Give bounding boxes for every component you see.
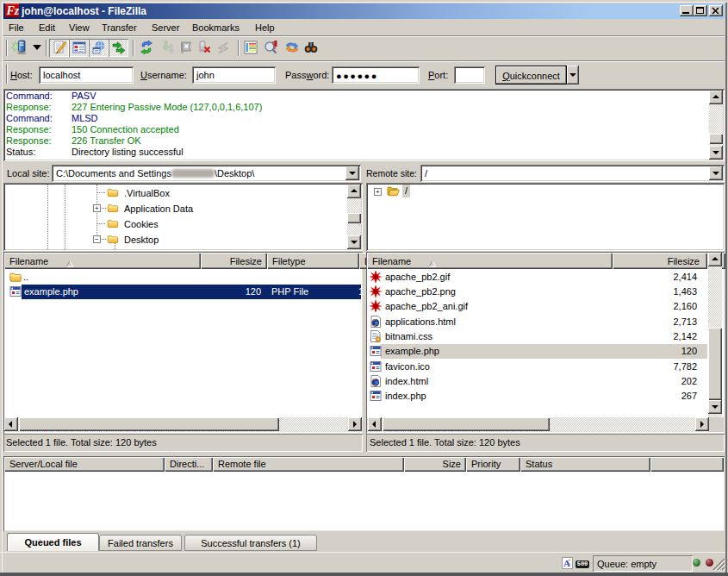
svg-text:Fz: Fz [5, 4, 19, 17]
